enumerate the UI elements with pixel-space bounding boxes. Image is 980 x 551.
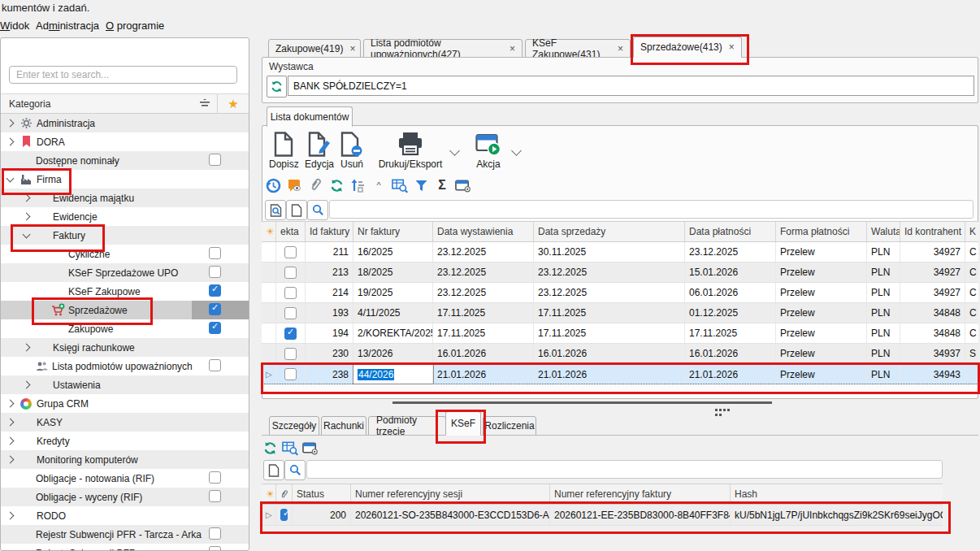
table-row[interactable]: 230 13/2026 16.01.2026 16.01.2026 16.01.… [262, 344, 978, 364]
expand-row-icon[interactable]: ▷ [266, 370, 272, 379]
issuer-combo[interactable]: BANK SPÓŁDZIELCZY=1 [288, 76, 974, 96]
col-status[interactable]: Status [293, 484, 351, 504]
checkbox[interactable] [284, 307, 297, 319]
drukuj-eksport-button[interactable]: Drukuj/Eksport [376, 129, 444, 170]
table-row[interactable]: 213 18/2025 23.12.2025 23.12.2025 15.01.… [262, 262, 978, 283]
window-eye-icon[interactable] [302, 440, 319, 456]
checkbox[interactable] [209, 266, 221, 278]
refresh-icon[interactable] [262, 440, 278, 456]
search-input[interactable] [9, 66, 237, 84]
menu-widok[interactable]: Widok [0, 18, 34, 33]
checkbox[interactable] [284, 246, 297, 258]
sort-icon[interactable] [199, 99, 210, 109]
col-data-platnosci[interactable]: Data płatności [685, 222, 776, 241]
tree-item-ksiegi-rachunkowe[interactable]: Księgi rachunkowe [1, 338, 249, 357]
tree-item-rejestr-pfr-partial[interactable]: Rejestr Subwencji PFR [1, 544, 249, 551]
dopisz-button[interactable]: Dopisz [269, 129, 299, 170]
col-waluta[interactable]: Waluta [867, 222, 900, 241]
chevron-right-icon[interactable] [7, 512, 15, 520]
tree-item-sprzedazowe[interactable]: Sprzedażowe [1, 301, 249, 319]
col-korekta[interactable]: ekta [276, 222, 306, 241]
checkbox[interactable] [284, 328, 297, 340]
akcja-dropdown-icon[interactable] [511, 145, 522, 156]
usun-button[interactable]: Usuń [340, 129, 363, 170]
table-search-icon[interactable] [392, 177, 408, 193]
chevron-down-icon[interactable] [23, 230, 31, 238]
splitter-handle[interactable] [715, 409, 731, 416]
tree-item-firma[interactable]: Firma [1, 170, 249, 189]
checkbox[interactable] [284, 267, 297, 279]
checkbox[interactable] [284, 368, 297, 380]
close-icon[interactable]: × [349, 43, 355, 54]
checkbox[interactable] [209, 546, 221, 551]
drukuj-dropdown-icon[interactable] [449, 145, 460, 156]
chevron-right-icon[interactable] [23, 381, 31, 389]
checkbox[interactable] [209, 284, 221, 297]
tree-item-ewidencje[interactable]: Ewidencje [1, 207, 249, 226]
col-id-kontrahent[interactable]: Id kontrahent [900, 222, 965, 241]
tree-item-administracja[interactable]: Administracja [1, 114, 249, 132]
col-data-sprzedazy[interactable]: Data sprzedaży [534, 222, 685, 241]
chevron-right-icon[interactable] [7, 119, 15, 128]
col-forma-platnosci[interactable]: Forma płatności [776, 222, 867, 241]
close-icon[interactable]: × [510, 43, 515, 54]
table-row[interactable]: 214 19/2025 23.12.2025 23.12.2025 06.01.… [262, 283, 978, 303]
checkbox[interactable] [209, 359, 221, 371]
tab-rozliczenia[interactable]: Rozliczenia [483, 416, 536, 436]
tree-item-ewidencja-majatku[interactable]: Ewidencja majątku [1, 189, 249, 207]
tree-item-zakupowe[interactable]: Zakupowe [1, 319, 249, 338]
checkbox[interactable] [209, 471, 221, 484]
favorites-star-icon[interactable]: ★ [217, 94, 249, 113]
paperclip-icon[interactable] [307, 177, 323, 193]
edycja-button[interactable]: Edycja [305, 129, 334, 170]
chevron-right-icon[interactable] [7, 456, 15, 464]
chevron-down-icon[interactable] [7, 174, 15, 182]
new-record-button[interactable] [286, 200, 307, 220]
checkbox[interactable] [209, 527, 221, 540]
table-row[interactable]: 194 2/KOREKTA/2025 17.11.2025 17.11.2025… [262, 323, 978, 344]
tree-item-kasy[interactable]: KASY [1, 413, 249, 432]
chevron-right-icon[interactable] [7, 419, 15, 427]
refresh-icon[interactable] [328, 177, 345, 193]
chevron-right-icon[interactable] [7, 138, 15, 146]
chevron-right-icon[interactable] [7, 400, 15, 408]
chevron-right-icon[interactable] [23, 344, 31, 352]
menu-administracja[interactable]: Administracja [31, 18, 104, 33]
col-kontrahent[interactable]: K [965, 222, 978, 241]
expand-row-icon[interactable]: ▷ [266, 510, 272, 519]
col-id-faktury[interactable]: Id faktury [306, 222, 353, 241]
checkbox[interactable] [280, 509, 288, 521]
tab-zakupowe[interactable]: Zakupowe(419)× [268, 39, 361, 58]
tree-item-rejestr-pfr-tarcza[interactable]: Rejestr Subwencji PFR - Tarcza - Arka [1, 525, 249, 544]
checkbox[interactable] [209, 247, 221, 259]
chevron-right-icon[interactable] [23, 194, 31, 202]
col-numer-sesji[interactable]: Numer referencyjny sesji [351, 484, 550, 504]
tab-ksef-zakupowe[interactable]: KSeF Zakupowe(431)× [525, 39, 631, 58]
close-icon[interactable]: × [618, 43, 623, 54]
search-button[interactable] [284, 460, 306, 480]
akcja-button[interactable]: Akcja [470, 129, 507, 170]
window-eye-icon[interactable] [455, 177, 471, 193]
refresh-button[interactable] [267, 76, 287, 98]
tab-sprzedazowe[interactable]: Sprzedażowe(413)× [633, 37, 742, 58]
tree-item-cykliczne[interactable]: Cykliczne [1, 245, 249, 263]
table-row-selected[interactable]: ▷ 238 44/2026 21.01.2026 21.01.2026 21.0… [262, 364, 978, 384]
filter-icon[interactable] [413, 177, 429, 193]
new-record-button[interactable] [263, 460, 284, 480]
tree-item-obligacje-notowania[interactable]: Obligacje - notowania (RIF) [1, 469, 249, 488]
tree-item-dostepne-nominaly[interactable]: Dostępne nominały [1, 151, 249, 170]
checkbox[interactable] [284, 287, 297, 299]
table-search-icon[interactable] [282, 440, 298, 456]
tab-podmioty-trzecie[interactable]: Podmioty trzecie [368, 416, 446, 436]
filter-input[interactable] [329, 200, 973, 219]
chevron-right-icon[interactable] [7, 437, 15, 445]
col-numer-faktury[interactable]: Numer referencyjny faktury [550, 484, 731, 504]
comment-eye-icon[interactable] [286, 177, 302, 193]
splitter-line[interactable] [392, 401, 772, 404]
nr-faktury-edit-cell[interactable]: 44/2026 [353, 365, 433, 384]
checkbox[interactable] [209, 322, 221, 334]
tree-item-kredyty[interactable]: Kredyty [1, 432, 249, 450]
tab-ksef[interactable]: KSeF [445, 411, 481, 436]
tree-item-obligacje-wyceny[interactable]: Obligacje - wyceny (RIF) [1, 488, 249, 506]
table-row[interactable]: 193 4/11/2025 17.11.2025 17.11.2025 01.1… [262, 303, 978, 323]
